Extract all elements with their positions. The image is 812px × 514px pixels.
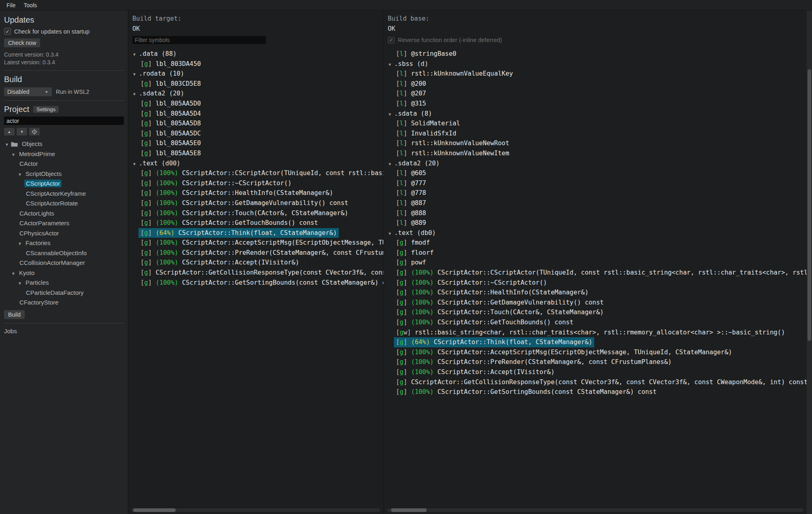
- symbol-row[interactable]: [g] (100%) CScriptActor::PreRender(CStat…: [384, 357, 807, 367]
- check-now-button[interactable]: Check now: [4, 38, 40, 47]
- expander-icon[interactable]: ▼: [18, 239, 24, 249]
- expander-icon[interactable]: ▼: [389, 110, 394, 120]
- symbol-row[interactable]: [g] lbl_805AA5D0: [128, 99, 383, 109]
- symbol-row[interactable]: [l] @200: [384, 79, 807, 89]
- symbol-row-content[interactable]: [l] @778: [394, 188, 428, 198]
- symbol-row-content[interactable]: [l] @777: [394, 178, 428, 188]
- tree-item-CActor[interactable]: CActor: [4, 159, 124, 169]
- symbol-row[interactable]: [g] (100%) CScriptActor::Accept(IVisitor…: [384, 367, 807, 377]
- symbol-row[interactable]: [l] @887: [384, 198, 807, 208]
- symbol-row-content[interactable]: [g] lbl_805AA5E0: [138, 138, 203, 148]
- menu-tools[interactable]: Tools: [20, 2, 41, 8]
- symbol-row-content[interactable]: [l] @207: [394, 89, 428, 99]
- symbol-row[interactable]: [g] (100%) CScriptActor::GetTouchBounds(…: [384, 317, 807, 328]
- symbol-row-content[interactable]: [g] (100%) CScriptActor::AcceptScriptMsg…: [394, 347, 734, 357]
- symbol-row[interactable]: [l] @777: [384, 178, 807, 188]
- symbol-row[interactable]: [g] lbl_805AA5D4: [128, 109, 383, 119]
- symbol-row[interactable]: [g] (100%) CScriptActor::HealthInfo(CSta…: [384, 288, 807, 298]
- symbol-row-content[interactable]: [g] (100%) CScriptActor::PreRender(CStat…: [138, 248, 384, 258]
- collapse-all-button[interactable]: ▲: [4, 128, 15, 135]
- symbol-row-content[interactable]: [g] fmodf: [394, 238, 432, 248]
- expand-all-button[interactable]: ▼: [17, 128, 27, 135]
- symbol-row[interactable]: [l] @207: [384, 89, 807, 99]
- symbol-row[interactable]: [l] @888: [384, 208, 807, 218]
- symbol-row-content[interactable]: [g] (100%) CScriptActor::Touch(CActor&, …: [394, 307, 606, 317]
- symbol-row[interactable]: [g] CScriptActor::GetCollisionResponseTy…: [128, 268, 383, 278]
- tree-item-CScriptActorRotate[interactable]: CScriptActorRotate: [4, 199, 124, 209]
- symbol-row[interactable]: [l] InvalidSfxId: [384, 129, 807, 139]
- expander-icon[interactable]: ▼: [133, 50, 139, 60]
- symbol-row-content[interactable]: [g] (100%) CScriptActor::HealthInfo(CSta…: [138, 188, 335, 198]
- build-mode-dropdown[interactable]: Disabled ▼: [4, 87, 52, 96]
- symbol-row[interactable]: [l] @605: [384, 168, 807, 178]
- symbol-row[interactable]: [g] lbl_805AA5E8: [128, 148, 383, 159]
- symbol-row-content[interactable]: [l] @stringBase0: [394, 49, 458, 59]
- symbol-row[interactable]: [g] (100%) CScriptActor::GetDamageVulner…: [384, 298, 807, 308]
- symbol-row[interactable]: [g] lbl_805AA5DC: [128, 129, 383, 139]
- symbol-row-content[interactable]: [g] (100%) CScriptActor::AcceptScriptMsg…: [138, 238, 384, 248]
- expander-icon[interactable]: ▼: [11, 269, 17, 279]
- symbol-row-content[interactable]: [g] (100%) CScriptActor::GetTouchBounds(…: [394, 317, 576, 328]
- vertical-scroll-thumb[interactable]: [808, 69, 811, 341]
- section-row[interactable]: ▼.data (88): [128, 49, 383, 59]
- symbol-row-highlighted[interactable]: [g] (64%) CScriptActor::Think(float, CSt…: [138, 228, 339, 238]
- updates-checkbox[interactable]: ✓: [4, 28, 11, 35]
- symbol-row-content[interactable]: [g] (100%) CScriptActor::Touch(CActor&, …: [138, 208, 350, 218]
- symbol-row[interactable]: [g] lbl_803DA450: [128, 59, 383, 69]
- symbol-row-content[interactable]: [g] (100%) CScriptActor::GetDamageVulner…: [138, 198, 350, 208]
- symbol-row[interactable]: [g] powf: [384, 258, 807, 268]
- tree-item-CCollisionActorManager[interactable]: CCollisionActorManager: [4, 258, 124, 268]
- symbol-row-content[interactable]: [g] lbl_803DA450: [138, 59, 203, 69]
- tree-item-CActorLights[interactable]: CActorLights: [4, 209, 124, 219]
- symbol-row[interactable]: [g] (64%) CScriptActor::Think(float, CSt…: [128, 228, 383, 238]
- symbol-row[interactable]: [l] rstl::kUnknownValueEqualKey: [384, 69, 807, 79]
- symbol-row[interactable]: [gw] rstl::basic_string<char, rstl::char…: [384, 328, 807, 338]
- symbol-row[interactable]: [g] (100%) CScriptActor::~CScriptActor(): [128, 178, 383, 188]
- symbol-row-content[interactable]: [l] rstl::kUnknownValueEqualKey: [394, 69, 515, 79]
- symbol-row-content[interactable]: [g] (100%) CScriptActor::GetSortingBound…: [138, 278, 384, 288]
- symbol-row[interactable]: [g] lbl_805AA5E0: [128, 138, 383, 148]
- symbol-row[interactable]: [g] (100%) CScriptActor::~CScriptActor(): [384, 278, 807, 288]
- expander-icon[interactable]: ▼: [389, 60, 394, 70]
- symbol-row-content[interactable]: [g] (100%) CScriptActor::PreRender(CStat…: [394, 357, 674, 367]
- expander-icon[interactable]: ▼: [18, 279, 24, 289]
- tree-item-MetroidPrime[interactable]: ▼MetroidPrime: [4, 149, 124, 159]
- symbol-row-content[interactable]: [g] (100%) CScriptActor::CScriptActor(TU…: [394, 268, 807, 278]
- symbol-row-content[interactable]: [g] (100%) CScriptActor::GetDamageVulner…: [394, 298, 606, 308]
- base-hscroll-thumb[interactable]: [391, 508, 427, 512]
- symbol-row-content[interactable]: [l] rstl::kUnknownValueNewItem: [394, 148, 511, 159]
- symbol-row[interactable]: [l] @stringBase0: [384, 49, 807, 59]
- symbol-row-content[interactable]: [g] (100%) CScriptActor::GetTouchBounds(…: [138, 218, 320, 228]
- build-button[interactable]: Build: [4, 310, 25, 319]
- tree-item-CParticleDataFactory[interactable]: CParticleDataFactory: [4, 288, 124, 298]
- expander-icon[interactable]: ▼: [11, 150, 17, 160]
- symbol-row[interactable]: [g] (64%) CScriptActor::Think(float, CSt…: [384, 337, 807, 347]
- locate-current-icon[interactable]: [29, 128, 40, 135]
- symbol-row[interactable]: [g] CScriptActor::GetCollisionResponseTy…: [384, 377, 807, 387]
- symbol-row-content[interactable]: [g] (100%) CScriptActor::HealthInfo(CSta…: [394, 288, 591, 298]
- symbol-row[interactable]: [l] rstl::kUnknownValueNewItem: [384, 148, 807, 159]
- expander-icon[interactable]: ▼: [18, 170, 24, 180]
- symbol-row-content[interactable]: [g] (100%) CScriptActor::Accept(IVisitor…: [138, 258, 301, 268]
- symbol-row-content[interactable]: [l] InvalidSfxId: [394, 129, 458, 139]
- symbol-row[interactable]: [g] (100%) CScriptActor::CScriptActor(TU…: [128, 168, 383, 178]
- symbol-row[interactable]: [g] (100%) CScriptActor::CScriptActor(TU…: [384, 268, 807, 278]
- symbol-row[interactable]: [g] fmodf: [384, 238, 807, 248]
- symbol-row[interactable]: [g] (100%) CScriptActor::Accept(IVisitor…: [128, 258, 383, 268]
- project-filter-input[interactable]: [4, 116, 124, 125]
- section-row[interactable]: ▼.sbss (d): [384, 59, 807, 69]
- symbol-filter-input[interactable]: [132, 36, 266, 44]
- expander-icon[interactable]: ▼: [389, 159, 394, 169]
- symbol-row[interactable]: [g] lbl_805AA5D8: [128, 118, 383, 129]
- symbol-row[interactable]: [g] (100%) CScriptActor::GetDamageVulner…: [128, 198, 383, 208]
- symbol-row-content[interactable]: [g] lbl_805AA5E8: [138, 148, 203, 159]
- symbol-row-content[interactable]: [g] lbl_803CD5E8: [138, 79, 203, 89]
- tree-item-CScriptActorKeyframe[interactable]: CScriptActorKeyframe: [4, 189, 124, 199]
- symbol-row[interactable]: [g] (100%) CScriptActor::GetSortingBound…: [128, 278, 383, 288]
- symbol-row-content[interactable]: [l] @315: [394, 99, 428, 109]
- symbol-row-content[interactable]: [g] (100%) CScriptActor::~CScriptActor(): [138, 178, 293, 188]
- tree-item-Particles[interactable]: ▼Particles: [4, 278, 124, 288]
- symbol-row-content[interactable]: [l] @200: [394, 79, 428, 89]
- symbol-row-content[interactable]: [g] lbl_805AA5D4: [138, 109, 203, 119]
- symbol-row-content[interactable]: [g] powf: [394, 258, 428, 268]
